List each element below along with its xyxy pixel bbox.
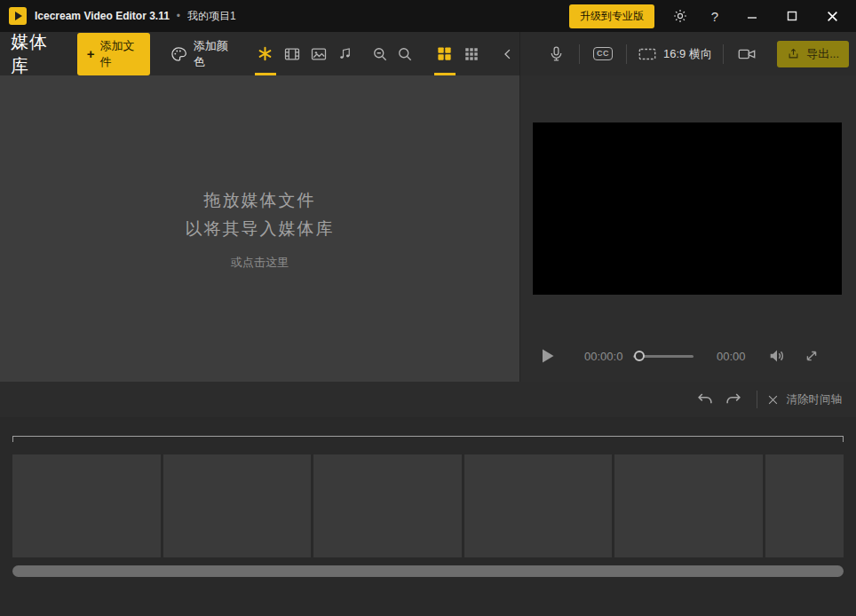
- redo-icon[interactable]: [719, 386, 748, 413]
- palette-icon: [170, 45, 187, 63]
- timeline-toolbar: 清除时间轴: [0, 382, 856, 417]
- media-toolbar: 媒体库 + 添加文件 添加颜色: [0, 32, 519, 75]
- divider: [757, 391, 757, 408]
- media-library-dropzone[interactable]: 拖放媒体文件 以将其导入媒体库 或点击这里: [0, 75, 519, 382]
- upgrade-pro-button[interactable]: 升级到专业版: [569, 4, 654, 28]
- undo-icon[interactable]: [691, 386, 719, 413]
- tab-audio[interactable]: [332, 32, 359, 75]
- drop-instruction-line2: 以将其导入媒体库: [186, 215, 335, 242]
- fullscreen-icon[interactable]: [803, 347, 820, 365]
- aspect-ratio-selector[interactable]: 16:9 横向: [638, 44, 712, 64]
- drop-click-hint: 或点击这里: [231, 255, 289, 271]
- media-filter-tabs: [252, 32, 359, 75]
- total-time: 00:00: [717, 350, 746, 363]
- aspect-ratio-label: 16:9 横向: [663, 46, 712, 62]
- seek-handle[interactable]: [634, 351, 645, 361]
- drop-instruction-line1: 拖放媒体文件: [204, 186, 316, 214]
- zoom-out-icon[interactable]: [368, 32, 392, 75]
- help-button[interactable]: ?: [706, 7, 724, 25]
- settings-gear-icon[interactable]: [671, 7, 689, 25]
- clear-x-icon: [766, 393, 780, 407]
- title-separator: •: [177, 10, 180, 22]
- window-close-button[interactable]: [820, 6, 844, 26]
- tab-videos[interactable]: [279, 32, 305, 75]
- image-icon: [310, 45, 328, 63]
- divider: [579, 44, 580, 64]
- aspect-ratio-icon: [638, 44, 657, 64]
- timeline-track-segment: [163, 454, 312, 557]
- preview-toolbar: CC 16:9 横向: [519, 32, 856, 75]
- timeline-track-segment: [12, 454, 161, 557]
- project-name: 我的项目1: [187, 9, 236, 24]
- timeline-track: [12, 454, 844, 557]
- toolbar: 媒体库 + 添加文件 添加颜色: [0, 32, 856, 75]
- timeline-horizontal-scrollbar[interactable]: [12, 565, 844, 577]
- add-color-label: 添加颜色: [194, 38, 233, 70]
- timeline-ruler: [12, 436, 844, 442]
- music-note-icon: [337, 45, 353, 62]
- divider: [626, 44, 627, 64]
- add-files-label: 添加文件: [99, 38, 139, 70]
- export-button[interactable]: 导出...: [777, 41, 849, 67]
- tab-images[interactable]: [305, 32, 332, 75]
- microphone-icon[interactable]: [543, 32, 568, 75]
- view-large-grid-icon[interactable]: [432, 32, 458, 75]
- add-color-button[interactable]: 添加颜色: [170, 38, 233, 70]
- timeline-track-segment: [614, 454, 763, 557]
- media-library-title: 媒体库: [11, 30, 61, 78]
- current-time: 00:00:0: [584, 350, 626, 363]
- film-icon: [283, 45, 301, 63]
- timeline-track-segment: [464, 454, 613, 557]
- video-preview: [533, 122, 842, 295]
- zoom-search-group: [368, 32, 417, 75]
- app-title: Icecream Video Editor 3.11: [35, 10, 170, 22]
- timeline-track-segment: [765, 454, 844, 557]
- clear-timeline-button[interactable]: 清除时间轴: [766, 392, 843, 407]
- add-files-button[interactable]: + 添加文件: [77, 33, 150, 75]
- main-area: 拖放媒体文件 以将其导入媒体库 或点击这里 00:00:0 00:00: [0, 75, 856, 382]
- collapse-panel-chevron-icon[interactable]: [497, 32, 519, 75]
- export-label: 导出...: [806, 46, 839, 62]
- play-button[interactable]: [536, 345, 558, 367]
- star-asterisk-icon: [257, 45, 273, 62]
- plus-icon: +: [87, 49, 95, 59]
- tab-all-favorites[interactable]: [252, 32, 279, 75]
- divider: [723, 44, 724, 64]
- titlebar: Icecream Video Editor 3.11 • 我的项目1 升级到专业…: [0, 0, 856, 32]
- subtitles-cc-icon[interactable]: CC: [590, 32, 615, 75]
- view-small-grid-icon[interactable]: [458, 32, 485, 75]
- preview-panel: 00:00:0 00:00: [519, 75, 856, 382]
- export-upload-icon: [787, 47, 800, 60]
- search-icon[interactable]: [392, 32, 417, 75]
- app-logo-icon: [9, 7, 27, 25]
- timeline-track-segment: [313, 454, 462, 557]
- window-minimize-button[interactable]: [741, 6, 764, 26]
- playback-controls: 00:00:0 00:00: [536, 341, 840, 371]
- view-mode-tabs: [432, 32, 485, 75]
- app-window: Icecream Video Editor 3.11 • 我的项目1 升级到专业…: [0, 0, 856, 616]
- volume-icon[interactable]: [767, 346, 787, 366]
- window-maximize-button[interactable]: [781, 6, 804, 26]
- clear-timeline-label: 清除时间轴: [787, 392, 843, 407]
- seek-slider[interactable]: [633, 350, 694, 362]
- timeline-area: [0, 417, 856, 616]
- video-camera-icon[interactable]: [734, 32, 759, 75]
